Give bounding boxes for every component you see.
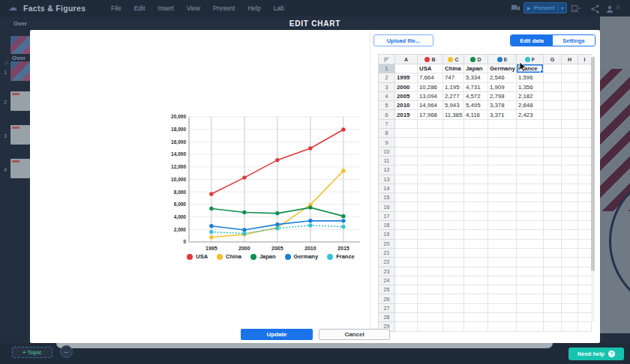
cell-B1[interactable]: USA (418, 64, 443, 73)
row-header-22[interactable]: 22 (379, 258, 395, 267)
need-help-button[interactable]: Need help ? (568, 348, 624, 360)
cell-C5[interactable]: 5,943 (443, 101, 464, 110)
cell-H18[interactable] (562, 221, 578, 230)
cell-A26[interactable] (395, 294, 418, 303)
cell-G10[interactable] (544, 147, 562, 156)
cell-D2[interactable]: 5,334 (464, 73, 488, 82)
cell-B18[interactable] (418, 221, 443, 230)
cell-G3[interactable] (544, 82, 562, 91)
cell-I12[interactable] (578, 166, 592, 175)
cell-D23[interactable] (464, 267, 488, 276)
cell-B28[interactable] (418, 313, 443, 322)
cell-D16[interactable] (464, 202, 488, 211)
cell-G18[interactable] (544, 221, 562, 230)
row-header-23[interactable]: 23 (379, 267, 395, 276)
cell-D14[interactable] (464, 183, 488, 192)
cell-I11[interactable] (578, 156, 592, 165)
cell-D25[interactable] (464, 285, 488, 294)
add-topic-button[interactable]: + Topic (12, 347, 52, 358)
cell-H8[interactable] (562, 129, 578, 138)
cell-I28[interactable] (578, 313, 592, 322)
slide-thumbnail-4[interactable] (10, 159, 30, 178)
cell-F23[interactable] (517, 267, 544, 276)
cell-H5[interactable] (562, 101, 578, 110)
cell-I20[interactable] (578, 239, 592, 248)
cell-D28[interactable] (464, 313, 488, 322)
cell-B21[interactable] (418, 248, 443, 257)
cell-G16[interactable] (544, 202, 562, 211)
cell-E19[interactable] (488, 230, 517, 239)
cell-A2[interactable]: 1995 (395, 73, 418, 82)
cell-C16[interactable] (443, 202, 464, 211)
cell-G27[interactable] (544, 303, 562, 312)
cell-D29[interactable] (464, 322, 488, 331)
select-all-corner[interactable]: ◤ (379, 55, 395, 64)
sheet-scrollbar-thumb[interactable] (591, 57, 595, 271)
cell-G8[interactable] (544, 129, 562, 138)
cell-E8[interactable] (488, 129, 517, 138)
cell-B24[interactable] (418, 276, 443, 285)
menu-item-present[interactable]: Present (213, 4, 235, 12)
cell-B4[interactable]: 13,094 (418, 91, 443, 100)
cell-C15[interactable] (443, 193, 464, 202)
menu-item-view[interactable]: View (187, 4, 200, 12)
cell-I16[interactable] (578, 202, 592, 211)
cell-H9[interactable] (562, 138, 578, 147)
row-header-11[interactable]: 11 (379, 156, 395, 165)
cell-I24[interactable] (578, 276, 592, 285)
cell-D8[interactable] (464, 129, 488, 138)
row-header-9[interactable]: 9 (379, 138, 395, 147)
cell-E13[interactable] (488, 175, 517, 183)
row-header-13[interactable]: 13 (379, 175, 395, 183)
cell-G23[interactable] (544, 267, 562, 276)
row-header-7[interactable]: 7 (379, 119, 395, 128)
cell-C4[interactable]: 2,277 (443, 91, 464, 100)
cell-E3[interactable]: 1,909 (488, 82, 517, 91)
cell-A24[interactable] (395, 276, 418, 285)
cell-F9[interactable] (517, 138, 544, 147)
cell-E15[interactable] (488, 193, 517, 202)
cell-C8[interactable] (443, 129, 464, 138)
cell-E17[interactable] (488, 211, 517, 220)
broadcast-icon[interactable] (571, 3, 580, 16)
row-header-25[interactable]: 25 (379, 285, 395, 294)
cell-A27[interactable] (395, 303, 418, 312)
cell-A11[interactable] (395, 156, 418, 165)
cell-D11[interactable] (464, 156, 488, 165)
cell-C13[interactable] (443, 175, 464, 183)
cell-B10[interactable] (418, 147, 443, 156)
cell-G17[interactable] (544, 211, 562, 220)
cell-A29[interactable] (395, 322, 418, 331)
cell-A6[interactable]: 2015 (395, 110, 418, 119)
cell-A7[interactable] (395, 119, 418, 128)
cell-I18[interactable] (578, 221, 592, 230)
cell-I15[interactable] (578, 193, 592, 202)
cell-E7[interactable] (488, 119, 517, 128)
cell-I8[interactable] (578, 129, 592, 138)
cell-I17[interactable] (578, 211, 592, 220)
cell-F29[interactable] (517, 322, 544, 331)
cell-F17[interactable] (517, 211, 544, 220)
cell-C24[interactable] (443, 276, 464, 285)
cell-C21[interactable] (443, 248, 464, 257)
cell-E29[interactable] (488, 322, 517, 331)
cell-F15[interactable] (517, 193, 544, 202)
cell-H27[interactable] (562, 303, 578, 312)
cell-E9[interactable] (488, 138, 517, 147)
cell-C7[interactable] (443, 119, 464, 128)
cell-H2[interactable] (562, 73, 578, 82)
cell-A25[interactable] (395, 285, 418, 294)
cell-D19[interactable] (464, 230, 488, 239)
cell-D22[interactable] (464, 258, 488, 267)
cell-F18[interactable] (517, 221, 544, 230)
cell-C11[interactable] (443, 156, 464, 165)
cell-E5[interactable]: 3,378 (488, 101, 517, 110)
cell-B5[interactable]: 14,964 (418, 101, 443, 110)
cell-A22[interactable] (395, 258, 418, 267)
comments-icon[interactable] (511, 3, 520, 16)
cell-I10[interactable] (578, 147, 592, 156)
cell-G12[interactable] (544, 166, 562, 175)
row-header-27[interactable]: 27 (379, 303, 395, 312)
cell-H7[interactable] (562, 119, 578, 128)
cell-H15[interactable] (562, 193, 578, 202)
